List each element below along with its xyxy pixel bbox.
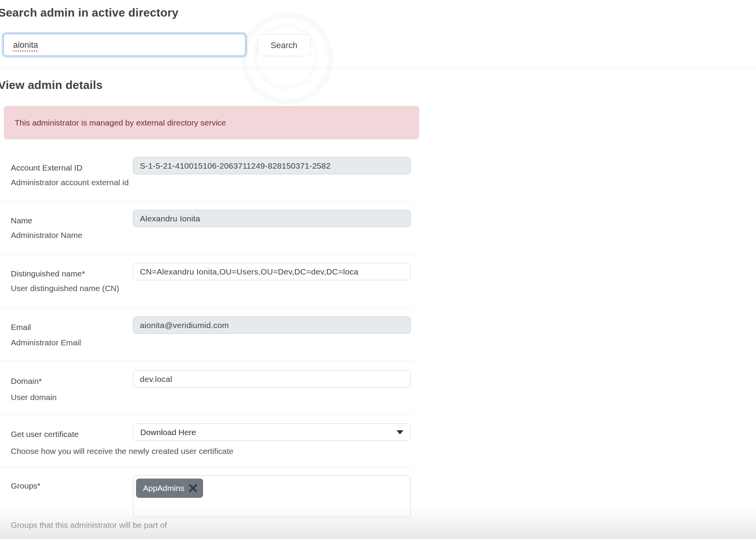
- name-input: [133, 210, 411, 227]
- field-label-name: Name: [11, 216, 32, 225]
- admin-search-input-value: aionita: [13, 40, 38, 50]
- field-label-groups: Groups*: [11, 481, 40, 490]
- row-divider: [0, 254, 413, 255]
- details-section-title: View admin details: [0, 79, 102, 92]
- certificate-select-value: Download Here: [140, 428, 196, 437]
- field-helper-domain: User domain: [11, 393, 57, 402]
- external-directory-alert: This administrator is managed by externa…: [4, 106, 419, 139]
- distinguished-name-input[interactable]: [133, 263, 411, 280]
- account-external-id-input: [133, 157, 411, 174]
- watermark-ring-icon: [253, 24, 319, 89]
- admin-search-input[interactable]: aionita: [3, 33, 246, 56]
- field-label-account-external-id: Account External ID: [11, 163, 82, 172]
- field-label-certificate: Get user certificate: [11, 430, 79, 439]
- search-button[interactable]: Search: [257, 34, 311, 56]
- certificate-select[interactable]: Download Here: [133, 424, 411, 441]
- chevron-down-icon: [396, 430, 403, 434]
- group-tag-label: AppAdmins: [143, 484, 184, 493]
- groups-multiselect[interactable]: AppAdmins: [133, 475, 411, 517]
- field-helper-account-external-id: Administrator account external id: [11, 178, 129, 187]
- field-label-domain: Domain*: [11, 377, 42, 386]
- remove-tag-icon[interactable]: [188, 483, 198, 493]
- row-divider: [0, 414, 413, 414]
- page: Search admin in active directory aionita…: [0, 0, 756, 539]
- group-tag: AppAdmins: [136, 479, 203, 498]
- search-section-title: Search admin in active directory: [0, 6, 178, 19]
- field-helper-email: Administrator Email: [11, 338, 81, 347]
- email-input: [133, 316, 411, 334]
- watermark-ring-icon: [241, 12, 333, 105]
- domain-input[interactable]: [133, 370, 411, 388]
- row-divider: [0, 201, 413, 202]
- field-label-distinguished-name: Distinguished name*: [11, 269, 85, 278]
- field-helper-groups: Groups that this administrator will be p…: [11, 521, 167, 530]
- field-helper-distinguished-name: User distinguished name (CN): [11, 284, 119, 293]
- field-helper-name: Administrator Name: [11, 231, 82, 240]
- row-divider: [0, 467, 413, 467]
- row-divider: [0, 308, 413, 308]
- field-helper-certificate: Choose how you will receive the newly cr…: [11, 447, 234, 456]
- field-label-email: Email: [11, 323, 31, 332]
- section-divider: [0, 68, 756, 69]
- row-divider: [0, 361, 413, 361]
